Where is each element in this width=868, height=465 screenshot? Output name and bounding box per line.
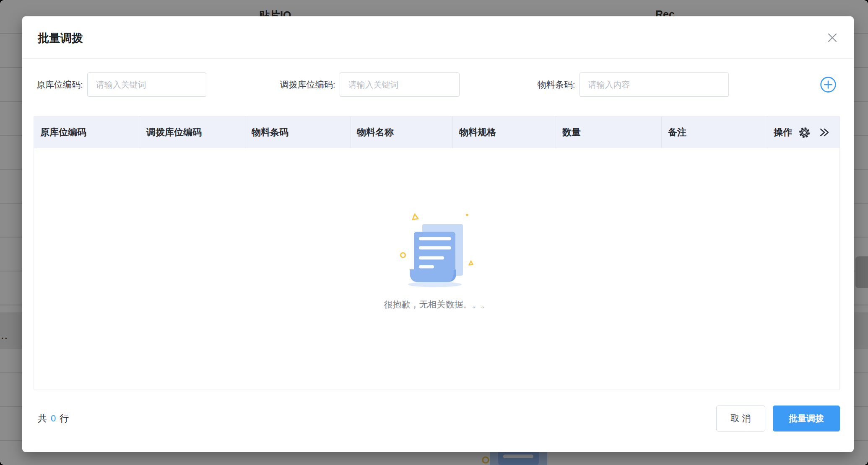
- filter-material-barcode: 物料条码:: [538, 72, 729, 97]
- column-header-operations: 操作: [767, 116, 839, 148]
- filter-bar: 原库位编码: 调拨库位编码: 物料条码:: [34, 72, 842, 97]
- empty-state-text: 很抱歉，无相关数据。。。: [384, 299, 490, 310]
- empty-state: 很抱歉，无相关数据。。。: [384, 211, 490, 328]
- column-header-material-spec: 物料规格: [453, 116, 556, 148]
- material-barcode-label: 物料条码:: [538, 79, 575, 90]
- material-barcode-input[interactable]: [580, 72, 729, 97]
- screen: 贴片IQ Rec .. 批量调拨 原库位编码:: [0, 0, 868, 465]
- close-button[interactable]: [825, 31, 839, 45]
- column-header-material-name: 物料名称: [351, 116, 453, 148]
- cancel-button[interactable]: 取 消: [716, 406, 765, 431]
- row-count-prefix: 共: [38, 413, 47, 424]
- column-header-material-barcode: 物料条码: [245, 116, 351, 148]
- modal-title: 批量调拨: [38, 31, 83, 46]
- close-icon: [827, 32, 838, 43]
- filter-source-location: 原库位编码:: [36, 72, 206, 97]
- gear-icon: [798, 126, 811, 139]
- filter-target-location: 调拨库位编码:: [280, 72, 460, 97]
- target-location-input[interactable]: [340, 72, 460, 97]
- confirm-batch-transfer-button[interactable]: 批量调拨: [773, 406, 840, 431]
- table-body: 很抱歉，无相关数据。。。: [34, 148, 839, 390]
- modal-footer: 共0行 取 消 批量调拨: [34, 406, 840, 431]
- source-location-input[interactable]: [87, 72, 206, 97]
- modal-header: 批量调拨: [22, 16, 854, 59]
- row-count-value: 0: [51, 413, 56, 424]
- expand-columns-button[interactable]: [819, 127, 829, 138]
- double-chevron-right-icon: [819, 127, 829, 138]
- column-header-quantity: 数量: [556, 116, 662, 148]
- footer-buttons: 取 消 批量调拨: [716, 406, 840, 431]
- source-location-label: 原库位编码:: [36, 79, 83, 90]
- add-row-button[interactable]: [819, 76, 837, 93]
- table-header-row: 原库位编码 调拨库位编码 物料条码 物料名称 物料规格 数量 备注 操作: [34, 116, 839, 148]
- circle-plus-icon: [820, 76, 837, 93]
- target-location-label: 调拨库位编码:: [280, 79, 335, 90]
- row-count: 共0行: [34, 412, 69, 425]
- operations-label: 操作: [774, 126, 792, 139]
- column-header-source-location: 原库位编码: [34, 116, 140, 148]
- column-header-target-location: 调拨库位编码: [140, 116, 245, 148]
- batch-transfer-modal: 批量调拨 原库位编码: 调拨库位编码: 物料条码:: [22, 16, 854, 452]
- empty-document-illustration: [399, 211, 475, 289]
- column-header-remark: 备注: [662, 116, 767, 148]
- transfer-table: 原库位编码 调拨库位编码 物料条码 物料名称 物料规格 数量 备注 操作: [34, 116, 840, 390]
- row-count-suffix: 行: [60, 413, 69, 424]
- column-settings-button[interactable]: [798, 126, 811, 139]
